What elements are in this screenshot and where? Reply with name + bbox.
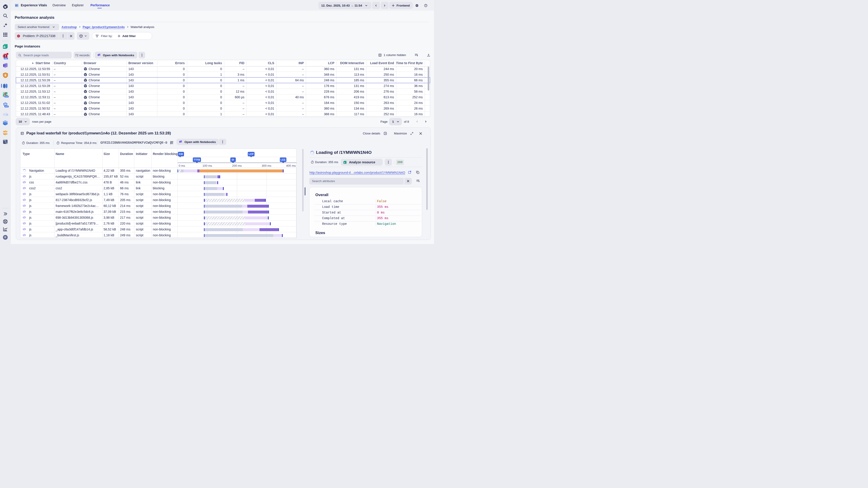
- svg-text:NEW: NEW: [5, 96, 8, 97]
- svg-text:NEW: NEW: [5, 106, 8, 107]
- svg-text:NEW: NEW: [4, 58, 7, 59]
